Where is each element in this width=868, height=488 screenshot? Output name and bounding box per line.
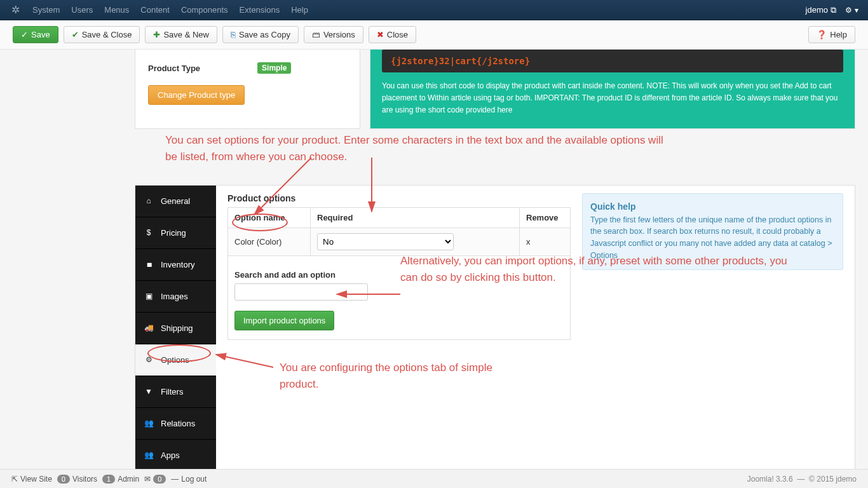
settings-menu[interactable]: ⚙ ▾ <box>845 6 858 15</box>
truck-icon: 🚚 <box>144 323 153 332</box>
joomla-version: Joomla! 3.3.6 <box>747 475 793 484</box>
product-type-badge: Simple <box>257 62 291 74</box>
nav-components[interactable]: Components <box>181 5 228 15</box>
sidebar-item-label: Relations <box>161 419 195 428</box>
bars-icon: ▮▮▮ <box>144 262 153 268</box>
logout-link[interactable]: — Log out <box>171 475 207 484</box>
remove-cell[interactable]: x <box>520 227 571 255</box>
external-icon: ⇱ <box>11 475 18 484</box>
visitors-badge: 0 <box>57 475 70 484</box>
sidebar-item-general[interactable]: ⌂ General <box>135 186 216 217</box>
save-button[interactable]: ✓ Save <box>13 26 58 43</box>
gear-icon: ⚙ <box>845 6 852 15</box>
save-new-button[interactable]: ✚ Save & New <box>145 26 217 43</box>
save-close-label: Save & Close <box>82 30 132 39</box>
save-copy-label: Save as Copy <box>239 30 290 39</box>
close-button[interactable]: ✖ Close <box>369 26 416 43</box>
status-left: ⇱ View Site 0 Visitors 1 Admin ✉ 0 — Log… <box>11 475 207 484</box>
users-icon: 👥 <box>144 419 153 428</box>
user-menu[interactable]: jdemo ⧉ <box>806 5 836 15</box>
sidebar-item-options[interactable]: ⚙ Options <box>135 344 216 376</box>
content-area: Product Type Simple Change Product type … <box>0 50 868 472</box>
required-cell: No <box>311 227 520 255</box>
visitors-count[interactable]: 0 Visitors <box>57 475 97 484</box>
help-button[interactable]: ❓ Help <box>808 26 855 43</box>
product-type-card: Product Type Simple Change Product type <box>135 50 360 129</box>
check-icon: ✓ <box>21 30 28 39</box>
sidebar-item-relations[interactable]: 👥 Relations <box>135 408 216 440</box>
sitemap-icon: ⚙ <box>144 355 153 364</box>
upper-row: Product Type Simple Change Product type … <box>135 50 855 129</box>
required-select[interactable]: No <box>317 233 454 250</box>
nav-menus[interactable]: Menus <box>104 5 129 15</box>
lower-panel: ⌂ General $ Pricing ▮▮▮ Inventory ▣ Imag… <box>135 185 855 472</box>
caret-down-icon: ▾ <box>855 6 858 15</box>
sidebar-item-label: General <box>161 196 190 206</box>
sidebar-item-label: Options <box>161 355 189 365</box>
admin-badge: 1 <box>102 475 115 484</box>
nav-extensions[interactable]: Extensions <box>240 5 280 15</box>
table-row: Color (Color) No x <box>228 227 571 255</box>
versions-label: Versions <box>323 30 355 39</box>
messages-count[interactable]: ✉ 0 <box>144 475 166 484</box>
import-options-button[interactable]: Import product options <box>234 311 334 330</box>
nav-system[interactable]: System <box>32 5 60 15</box>
view-site-link[interactable]: ⇱ View Site <box>11 475 52 484</box>
sidebar-item-images[interactable]: ▣ Images <box>135 281 216 313</box>
close-icon: ✖ <box>377 30 384 39</box>
plus-icon: ✚ <box>153 30 160 39</box>
save-close-button[interactable]: ✔ Save & Close <box>64 26 140 43</box>
action-toolbar: ✓ Save ✔ Save & Close ✚ Save & New ⎘ Sav… <box>0 20 868 50</box>
product-tabs-sidebar: ⌂ General $ Pricing ▮▮▮ Inventory ▣ Imag… <box>135 186 216 471</box>
nav-help[interactable]: Help <box>291 5 308 15</box>
check-icon: ✔ <box>72 30 79 39</box>
options-title: Product options <box>227 186 571 207</box>
archive-icon: 🗃 <box>312 30 320 39</box>
sidebar-item-inventory[interactable]: ▮▮▮ Inventory <box>135 249 216 281</box>
annotation-options-help: You can set options for your product. En… <box>165 132 667 165</box>
sidebar-item-label: Inventory <box>161 260 194 269</box>
save-new-label: Save & New <box>163 30 209 39</box>
sidebar-item-label: Filters <box>161 387 183 396</box>
sidebar-item-filters[interactable]: ▼ Filters <box>135 376 216 408</box>
status-right: Joomla! 3.3.6 — © 2015 jdemo <box>747 475 857 484</box>
mail-icon: ✉ <box>144 475 151 484</box>
visitors-label: Visitors <box>72 475 97 484</box>
search-option-input[interactable] <box>234 283 368 301</box>
save-copy-button[interactable]: ⎘ Save as Copy <box>222 26 299 43</box>
admin-count[interactable]: 1 Admin <box>102 475 139 484</box>
help-icon: ❓ <box>817 30 827 39</box>
sidebar-item-label: Images <box>161 292 188 301</box>
view-site-label: View Site <box>20 475 52 484</box>
product-type-label: Product Type <box>148 64 200 73</box>
versions-button[interactable]: 🗃 Versions <box>304 26 363 43</box>
nav-content[interactable]: Content <box>140 5 170 15</box>
filter-icon: ▼ <box>144 387 153 396</box>
admin-label: Admin <box>118 475 139 484</box>
navbar-left: ✲ System Users Menus Content Components … <box>10 4 308 16</box>
minus-icon: — <box>171 475 179 484</box>
option-name-cell: Color (Color) <box>228 227 311 255</box>
product-type-row: Product Type Simple <box>148 62 347 74</box>
top-navbar: ✲ System Users Menus Content Components … <box>0 0 868 20</box>
dollar-icon: $ <box>144 228 153 237</box>
header-required: Required <box>311 207 520 227</box>
sidebar-item-label: Shipping <box>161 323 193 333</box>
username-label: jdemo <box>806 5 828 15</box>
close-label: Close <box>387 30 408 39</box>
external-link-icon: ⧉ <box>831 5 836 15</box>
image-icon: ▣ <box>144 292 153 301</box>
options-main-panel: Product options Option name Required Rem… <box>216 186 855 471</box>
sidebar-item-apps[interactable]: 👥 Apps <box>135 440 216 471</box>
nav-users[interactable]: Users <box>71 5 93 15</box>
sidebar-item-pricing[interactable]: $ Pricing <box>135 217 216 249</box>
save-label: Save <box>31 30 50 39</box>
header-option-name: Option name <box>228 207 311 227</box>
change-product-type-button[interactable]: Change Product type <box>148 85 245 105</box>
sidebar-item-label: Apps <box>161 451 180 460</box>
joomla-logo-icon[interactable]: ✲ <box>10 4 21 16</box>
sidebar-item-shipping[interactable]: 🚚 Shipping <box>135 313 216 344</box>
copy-icon: ⎘ <box>231 30 236 39</box>
messages-badge: 0 <box>153 475 166 484</box>
header-remove: Remove <box>520 207 571 227</box>
